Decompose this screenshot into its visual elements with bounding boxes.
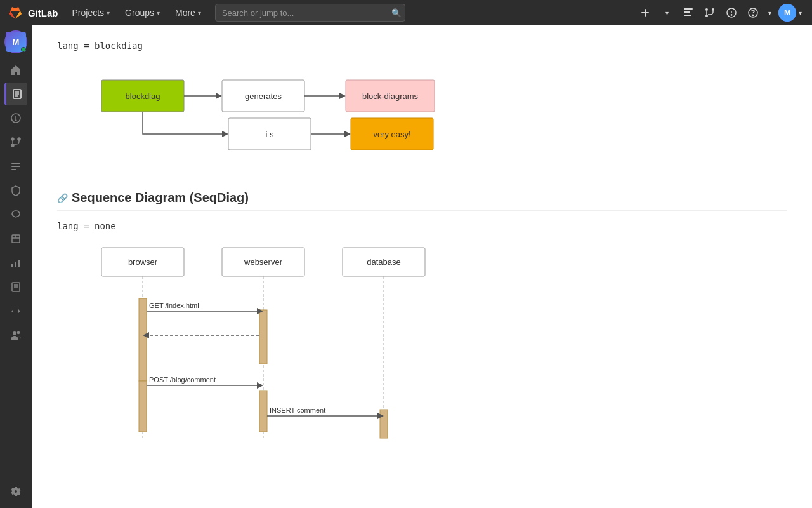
sidebar-item-wiki[interactable] — [4, 276, 27, 298]
svg-point-10 — [752, 15, 753, 15]
sidebar-item-mergerequests[interactable] — [4, 131, 27, 154]
browser-label: browser — [128, 257, 158, 267]
new-item-dropdown[interactable]: ▾ — [657, 3, 677, 23]
svg-text:M: M — [784, 8, 790, 17]
help-icon[interactable] — [743, 3, 763, 23]
seqdiag-title: Sequence Diagram (SeqDiag) — [72, 190, 249, 205]
groups-menu[interactable]: Groups ▾ — [119, 0, 166, 25]
svg-rect-24 — [11, 166, 20, 167]
blockdiag-section: lang = blockdiag blockdiag generates — [57, 41, 787, 171]
sidebar-item-members[interactable] — [4, 324, 27, 347]
seqdiag-lang-label: lang = none — [57, 221, 787, 231]
blockdiag-svg: blockdiag generates block-diagrams — [95, 61, 450, 169]
database-label: database — [367, 257, 401, 267]
todo-icon[interactable] — [678, 3, 698, 23]
veryeasy-label: very easy! — [373, 130, 410, 139]
sidebar: M — [0, 25, 32, 508]
generates-label: generates — [245, 91, 282, 101]
svg-point-19 — [15, 120, 16, 121]
arrowhead2 — [339, 93, 346, 99]
main-content: lang = blockdiag blockdiag generates — [32, 25, 812, 508]
svg-rect-2 — [684, 15, 691, 16]
new-item-button[interactable] — [635, 3, 655, 23]
seqdiag-diagram: browser webserver database — [95, 241, 787, 447]
svg-rect-26 — [12, 235, 20, 243]
gitlab-logo-area[interactable]: GitLab — [8, 5, 58, 20]
brand-name: GitLab — [28, 8, 58, 18]
more-chevron: ▾ — [198, 10, 201, 17]
issues-icon-nav[interactable] — [721, 3, 742, 23]
sidebar-item-settings[interactable] — [4, 480, 27, 503]
sidebar-item-deployments[interactable] — [4, 203, 27, 226]
blockdiag-lang-label: lang = blockdiag — [57, 41, 787, 51]
blockdiagrams-label: block-diagrams — [362, 91, 419, 101]
svg-point-3 — [705, 8, 708, 11]
blockdiag-diagram: blockdiag generates block-diagrams — [95, 61, 787, 171]
app-body: M — [0, 25, 812, 508]
groups-chevron: ▾ — [157, 10, 160, 17]
arrowhead3 — [222, 131, 228, 137]
svg-point-36 — [17, 331, 20, 335]
msg4-label: INSERT comment — [270, 406, 325, 414]
svg-point-22 — [11, 144, 14, 147]
sidebar-item-home[interactable] — [4, 58, 27, 81]
webserver-label: webserver — [244, 257, 283, 267]
sidebar-item-issues[interactable] — [4, 107, 27, 130]
search-input[interactable] — [215, 4, 405, 22]
anchor-icon: 🔗 — [57, 193, 68, 203]
search-area: 🔍 — [215, 4, 405, 22]
arrowhead4 — [344, 131, 351, 137]
svg-point-35 — [13, 331, 16, 335]
sidebar-item-packages[interactable] — [4, 227, 27, 250]
online-indicator — [21, 47, 26, 52]
projects-menu[interactable]: Projects ▾ — [66, 0, 117, 25]
svg-point-8 — [731, 15, 731, 15]
help-dropdown[interactable]: ▾ — [764, 3, 775, 23]
arrow3-path — [143, 112, 222, 134]
sidebar-item-analytics[interactable] — [4, 251, 27, 274]
svg-point-21 — [18, 138, 20, 140]
arrowhead1 — [216, 93, 222, 99]
svg-rect-0 — [684, 8, 693, 10]
section-heading-seqdiag: 🔗 Sequence Diagram (SeqDiag) — [57, 190, 787, 211]
sidebar-item-cicd[interactable] — [4, 155, 27, 178]
msg3-arrow — [257, 382, 263, 389]
svg-rect-23 — [11, 163, 20, 164]
activation-database — [380, 410, 388, 438]
activation-webserver1 — [259, 310, 267, 364]
avatar: M — [778, 4, 796, 22]
merge-request-icon[interactable] — [700, 3, 720, 23]
more-menu[interactable]: More ▾ — [169, 0, 207, 25]
sidebar-item-snippets[interactable] — [4, 300, 27, 323]
activation-browser2 — [139, 381, 147, 432]
user-avatar-button[interactable]: M ▾ — [776, 4, 804, 22]
is-label: i s — [266, 130, 275, 139]
activation-webserver2 — [259, 391, 267, 432]
sidebar-item-repository[interactable] — [4, 83, 27, 105]
project-avatar[interactable]: M — [4, 30, 27, 53]
blockdiag-label: blockdiag — [126, 91, 160, 101]
svg-point-5 — [705, 15, 708, 17]
topnav: GitLab Projects ▾ Groups ▾ More ▾ 🔍 ▾ — [0, 0, 812, 25]
sidebar-item-security[interactable] — [4, 179, 27, 202]
avatar-dropdown-chevron: ▾ — [799, 10, 802, 17]
seqdiag-section: 🔗 Sequence Diagram (SeqDiag) lang = none… — [57, 190, 787, 447]
seqdiag-svg: browser webserver database — [95, 241, 450, 444]
svg-point-4 — [712, 8, 714, 11]
projects-chevron: ▾ — [107, 10, 110, 17]
svg-rect-25 — [11, 169, 16, 170]
svg-rect-1 — [684, 11, 690, 13]
msg3-label: POST /blog/comment — [149, 376, 216, 384]
svg-rect-31 — [18, 260, 20, 267]
topnav-icon-group: ▾ — [635, 3, 804, 23]
activation-browser1 — [139, 298, 147, 381]
search-icon[interactable]: 🔍 — [391, 8, 402, 18]
svg-rect-30 — [15, 262, 16, 267]
svg-rect-29 — [11, 264, 13, 267]
msg1-label: GET /index.html — [149, 302, 199, 309]
svg-point-20 — [11, 138, 14, 140]
